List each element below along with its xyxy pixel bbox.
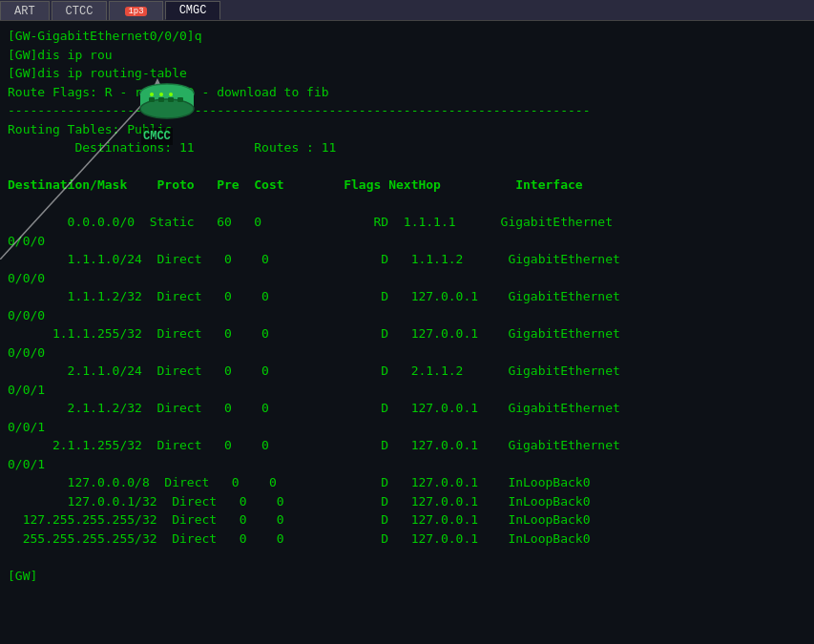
tab-ips[interactable]: 1p3 [109, 1, 162, 20]
tab-ips-badge: 1p3 [125, 7, 146, 16]
line-18: 0/0/0 [8, 345, 45, 360]
line-26: 127.0.0.1/32 Direct 0 0 D 127.0.0.1 InLo… [8, 494, 590, 509]
line-11: 0.0.0.0/0 Static 60 0 RD 1.1.1.1 Gigabit… [8, 215, 613, 229]
line-12: 0/0/0 [8, 234, 45, 248]
tab-ctcc-label: CTCC [66, 5, 94, 18]
line-17: 1.1.1.255/32 Direct 0 0 D 127.0.0.1 Giga… [8, 326, 620, 341]
line-2: [GW]dis ip rou [8, 48, 113, 62]
line-5: ----------------------------------------… [8, 103, 590, 117]
line-3: [GW]dis ip routing-table [8, 66, 187, 80]
tab-cmgc[interactable]: CMGC [165, 1, 221, 20]
line-30: [GW] [8, 569, 37, 583]
tab-art[interactable]: ART [0, 1, 50, 20]
line-4: Route Flags: R - relay, D - download to … [8, 85, 329, 99]
line-23: 2.1.1.255/32 Direct 0 0 D 127.0.0.1 Giga… [8, 438, 620, 452]
line-28: 255.255.255.255/32 Direct 0 0 D 127.0.0.… [8, 531, 590, 546]
line-1: [GW-GigabitEthernet0/0/0]q [8, 29, 202, 43]
line-29 [8, 550, 15, 564]
line-21: 2.1.1.2/32 Direct 0 0 D 127.0.0.1 Gigabi… [8, 401, 620, 415]
line-13: 1.1.1.0/24 Direct 0 0 D 1.1.1.2 GigabitE… [8, 252, 620, 266]
tab-art-label: ART [14, 5, 35, 18]
line-19: 2.1.1.0/24 Direct 0 0 D 2.1.1.2 GigabitE… [8, 364, 620, 378]
line-20: 0/0/1 [8, 383, 45, 397]
cmcc-label: CMCC [141, 128, 173, 145]
terminal-content: [GW-GigabitEthernet0/0/0]q [GW]dis ip ro… [8, 27, 806, 585]
tab-bar: ART CTCC 1p3 CMGC [0, 0, 814, 21]
line-16: 0/0/0 [8, 308, 45, 322]
tab-ctcc[interactable]: CTCC [52, 1, 108, 20]
line-25: 127.0.0.0/8 Direct 0 0 D 127.0.0.1 InLoo… [8, 475, 590, 489]
line-8 [8, 159, 15, 174]
line-9: Destination/Mask Proto Pre Cost Flags Ne… [8, 177, 583, 192]
line-24: 0/0/1 [8, 457, 45, 471]
tab-cmgc-label: CMGC [179, 4, 207, 17]
terminal-area[interactable]: CMCC [GW-GigabitEthernet0/0/0]q [GW]dis … [0, 21, 814, 644]
line-27: 127.255.255.255/32 Direct 0 0 D 127.0.0.… [8, 512, 590, 527]
line-14: 0/0/0 [8, 271, 45, 285]
line-10 [8, 197, 15, 211]
line-22: 0/0/1 [8, 420, 45, 434]
line-15: 1.1.1.2/32 Direct 0 0 D 127.0.0.1 Gigabi… [8, 289, 620, 303]
